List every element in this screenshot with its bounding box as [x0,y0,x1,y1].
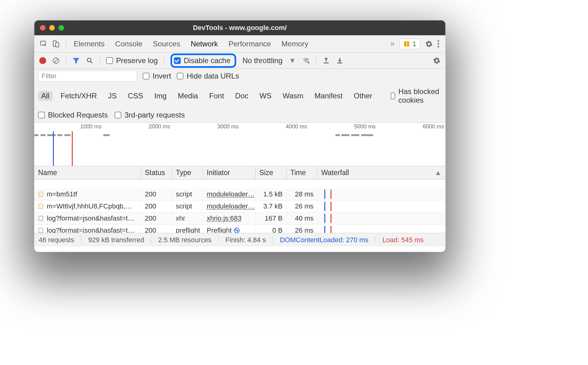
inspect-element-icon[interactable] [40,40,47,48]
network-conditions-icon[interactable] [302,57,310,64]
issues-count: 1 [413,40,416,48]
search-icon[interactable] [86,57,93,64]
load-marker [72,131,73,166]
tab-network[interactable]: Network [191,40,218,48]
resource-type-filters: AllFetch/XHRJSCSSImgMediaFontDocWSWasmMa… [38,86,441,105]
col-status[interactable]: Status [141,166,172,179]
filter-type-other[interactable]: Other [351,91,375,101]
divider [164,56,164,65]
tab-performance[interactable]: Performance [228,40,271,48]
stat-dcl: DOMContentLoaded: 270 ms [280,236,368,244]
device-toolbar-icon[interactable] [52,40,60,48]
svg-rect-5 [406,45,407,46]
tab-elements[interactable]: Elements [74,40,105,48]
export-har-icon[interactable] [336,57,344,64]
network-toolbar: Preserve log Disable cache No throttling… [34,53,445,69]
svg-rect-15 [39,216,43,221]
filter-placeholder: Filter [41,72,57,80]
initiator-link[interactable]: moduleloader… [207,190,255,198]
script-file-icon: <> [38,203,44,210]
script-file-icon: <> [38,191,44,198]
window-title: DevTools - www.google.com/ [34,24,445,32]
svg-rect-10 [337,62,342,63]
svg-rect-16 [39,228,43,233]
filter-type-doc[interactable]: Doc [232,91,252,101]
third-party-requests-checkbox[interactable]: 3rd-party requests [115,111,185,119]
initiator-link[interactable]: xhrio.js:683 [207,214,242,222]
divider [66,56,66,65]
filter-bar: Filter Invert Hide data URLs AllFetch/XH… [34,69,445,123]
more-options-icon[interactable] [438,40,439,47]
stat-transferred: 929 kB transferred [88,236,144,244]
sort-arrow-icon: ▲ [435,169,442,177]
blocked-requests-checkbox[interactable]: Blocked Requests [38,111,108,119]
has-blocked-cookies-checkbox[interactable]: Has blocked cookies [391,87,441,105]
tab-memory[interactable]: Memory [282,40,309,48]
invert-label: Invert [153,72,171,80]
divider [316,56,316,65]
col-time[interactable]: Time [287,166,318,179]
stat-load: Load: 545 ms [382,236,423,244]
table-row[interactable]: <>m=bm51tf200scriptmoduleloader…1.5 kB28… [34,188,445,200]
disable-cache-checkbox[interactable]: Disable cache [174,56,231,65]
issues-badge[interactable]: 1 [399,39,420,49]
stat-finish: Finish: 4.84 s [225,236,266,244]
disable-cache-label: Disable cache [184,56,231,65]
table-row[interactable]: <>m=Wt6vjf,hhhU8,FCpbqb,…200scriptmodule… [34,200,445,213]
dropdown-arrow-icon: ▼ [289,56,296,65]
filter-type-manifest[interactable]: Manifest [311,91,346,101]
tab-console[interactable]: Console [115,40,142,48]
filter-type-media[interactable]: Media [175,91,201,101]
col-name[interactable]: Name [34,166,141,179]
table-row[interactable]: log?format=json&hasfast=t…200xhrxhrio.js… [34,213,445,225]
panel-tabstrip: ElementsConsoleSourcesNetworkPerformance… [34,35,445,53]
stat-requests: 46 requests [39,236,74,244]
svg-rect-4 [406,42,407,44]
filter-type-js[interactable]: JS [105,91,120,101]
document-file-icon [38,215,44,222]
more-tabs-button[interactable]: » [386,39,399,49]
filter-type-css[interactable]: CSS [125,91,146,101]
initiator-link[interactable]: moduleloader… [207,202,255,210]
hide-data-urls-checkbox[interactable]: Hide data URLs [177,72,239,80]
col-waterfall[interactable]: Waterfall ▲ [318,166,445,179]
tab-sources[interactable]: Sources [153,40,180,48]
disable-cache-highlight: Disable cache [171,54,236,68]
svg-text:<>: <> [40,205,42,208]
preflight-icon [234,227,240,233]
filter-icon[interactable] [72,57,80,64]
svg-rect-2 [56,42,59,47]
throttling-select[interactable]: No throttling ▼ [242,56,296,65]
col-size[interactable]: Size [256,166,287,179]
filter-type-wasm[interactable]: Wasm [279,91,306,101]
preserve-log-checkbox[interactable]: Preserve log [106,56,158,65]
overview-timeline[interactable]: 1000 ms2000 ms3000 ms4000 ms5000 ms6000 … [34,123,445,166]
filter-type-all[interactable]: All [38,91,53,101]
settings-gear-icon[interactable] [425,40,433,48]
filter-type-ws[interactable]: WS [257,91,275,101]
titlebar: DevTools - www.google.com/ [34,20,445,35]
statusbar: 46 requests 929 kB transferred 2.5 MB re… [34,233,445,247]
network-settings-gear-icon[interactable] [433,57,440,64]
divider [66,38,66,49]
table-row[interactable]: log?format=json&hasfast=t…200preflightPr… [34,225,445,233]
clear-icon[interactable] [52,57,60,64]
throttling-value: No throttling [242,56,282,65]
document-file-icon [38,227,44,233]
stat-resources: 2.5 MB resources [158,236,211,244]
hide-data-urls-label: Hide data URLs [187,72,239,80]
filter-input[interactable]: Filter [38,71,137,82]
filter-type-font[interactable]: Font [206,91,227,101]
devtools-window: DevTools - www.google.com/ ElementsConso… [34,20,446,252]
svg-text:<>: <> [40,193,42,196]
import-har-icon[interactable] [322,57,330,64]
filter-type-img[interactable]: Img [151,91,170,101]
filter-type-fetchxhr[interactable]: Fetch/XHR [58,91,100,101]
invert-checkbox[interactable]: Invert [143,72,171,80]
svg-rect-9 [324,62,329,63]
preserve-log-label: Preserve log [116,56,158,65]
col-initiator[interactable]: Initiator [203,166,256,179]
col-type[interactable]: Type [172,166,203,179]
record-button[interactable] [39,57,46,64]
table-header: Name Status Type Initiator Size Time Wat… [34,166,445,180]
